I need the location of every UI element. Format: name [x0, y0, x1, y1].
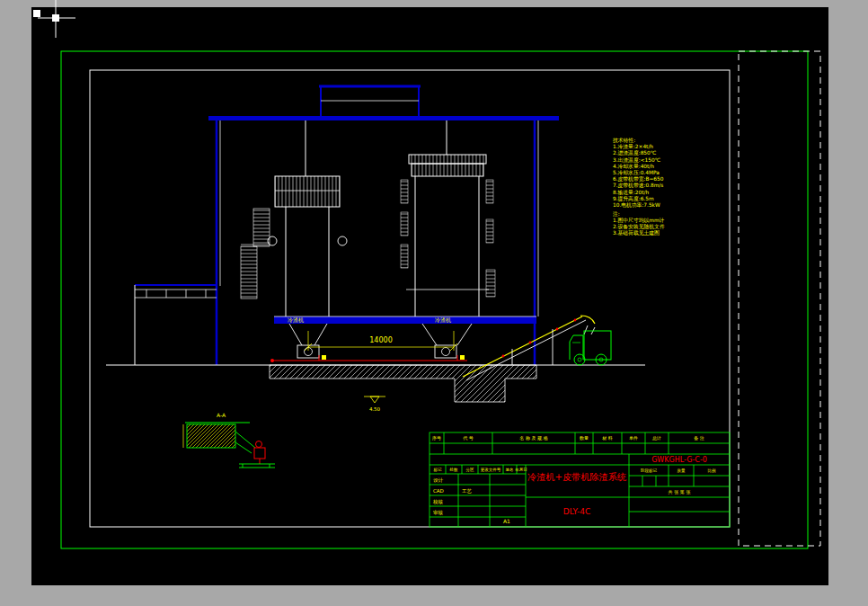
sig-approve: 审核: [433, 510, 444, 515]
detail-label: A-A: [217, 412, 226, 418]
note-line: 2.设备安装见随机文件: [613, 223, 665, 230]
cad-viewport[interactable]: 14000 4.50 冷渣机 冷渣机 A-A 技术特性: 1.冷渣量:2×4t/…: [0, 0, 868, 606]
note-line: 7.皮带机带速:0.8m/s: [613, 183, 663, 189]
sheet-size: A1: [503, 518, 510, 524]
col-qty: 数量: [580, 435, 589, 441]
note-line: 10.电机功率:7.5kW: [613, 202, 660, 209]
note-line: 1.冷渣量:2×4t/h: [613, 144, 653, 150]
stage-weight: 质量: [678, 468, 686, 473]
pickbox: [52, 14, 59, 22]
sheet-count: 共 张 第 张: [669, 489, 691, 495]
note-line: 注:: [613, 211, 620, 217]
note-line: 技术特性:: [612, 138, 635, 144]
rev-docno: 更改文件号: [481, 467, 501, 472]
col-seq: 序号: [432, 435, 441, 441]
sig-cad: CAD: [433, 488, 444, 494]
stage-mark: 阶段标记: [641, 468, 658, 474]
model-number: DLY-4C: [563, 507, 590, 516]
sig-check: 校核: [432, 499, 444, 504]
note-line: 8.输送量:20t/h: [613, 190, 649, 196]
note-line: 9.提升高度:6.5m: [613, 195, 654, 202]
valve-right: [460, 355, 465, 360]
detail-conveyor-box: [187, 424, 235, 448]
note-line: 5.冷却水压:0.4MPa: [613, 169, 660, 175]
note-line: 3.基础荷载见土建图: [613, 229, 660, 236]
col-material: 材 料: [601, 435, 613, 441]
col-code: 代 号: [463, 435, 474, 441]
col-total-weight: 总计: [652, 435, 661, 441]
col-remark: 备 注: [694, 435, 704, 441]
rev-sign: 签名: [506, 468, 514, 472]
col-name-spec: 名 称 及 规 格: [519, 435, 547, 441]
note-line: 2.进渣温度:850℃: [613, 149, 657, 156]
note-line: 3.出渣温度:<150℃: [613, 156, 661, 164]
note-line: 6.皮带机带宽:B=650: [613, 176, 664, 183]
rev-date: 年月日: [515, 468, 527, 472]
sig-design: 设计: [433, 477, 444, 483]
rev-zone: 分区: [466, 467, 475, 472]
dim-text-14000: 14000: [369, 336, 392, 344]
model-space-canvas[interactable]: [31, 7, 828, 585]
rev-mark: 标记: [433, 467, 443, 473]
rev-count: 处数: [450, 467, 459, 472]
col-unit-weight: 单件: [629, 435, 638, 441]
drawing-number: GWKGHL-G-C-0: [651, 456, 707, 464]
level-value: 4.50: [369, 406, 381, 412]
valve-left: [322, 355, 326, 360]
note-line: 4.冷却水量:40t/h: [613, 164, 654, 169]
equipment-tag-left: 冷渣机: [288, 316, 304, 324]
equipment-tag-right: 冷渣机: [435, 316, 451, 324]
sig-process: 工艺: [462, 488, 473, 494]
grip-square: [33, 10, 40, 17]
drawing-title: 冷渣机+皮带机除渣系统: [527, 472, 627, 482]
note-line: 1.图中尺寸均以mm计: [613, 217, 665, 224]
